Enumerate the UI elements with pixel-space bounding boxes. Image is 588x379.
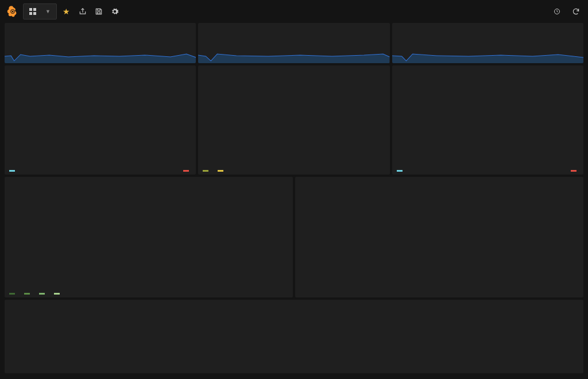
sparkline	[392, 46, 583, 63]
chevron-down-icon: ▼	[45, 9, 51, 14]
legend-item[interactable]	[39, 290, 47, 296]
y-axis-right	[177, 80, 195, 155]
side-legend	[523, 191, 580, 193]
legend	[9, 290, 62, 296]
panel-title	[392, 65, 583, 69]
clock-icon	[554, 8, 560, 15]
row-4	[0, 175, 588, 297]
sparkline	[198, 46, 389, 63]
stat-panel-logins[interactable]	[5, 23, 196, 63]
legend-item[interactable]	[9, 290, 17, 296]
stat-row	[0, 23, 588, 63]
y-axis-right	[565, 80, 582, 155]
plot-area	[312, 191, 520, 280]
save-icon[interactable]	[92, 5, 105, 18]
legend	[9, 167, 191, 173]
legend-item[interactable]	[183, 167, 191, 173]
panel-memory-cpu-1[interactable]	[5, 65, 196, 175]
stat-panel-signouts[interactable]	[392, 23, 583, 63]
share-icon[interactable]	[76, 5, 89, 18]
legend	[397, 167, 579, 173]
svg-rect-4	[29, 12, 32, 15]
panel-title	[5, 23, 196, 26]
panel-memory-cpu-2[interactable]	[392, 65, 583, 175]
panel-title	[392, 23, 583, 26]
gear-icon[interactable]	[109, 5, 121, 18]
panel-title	[5, 177, 293, 180]
panel-title	[198, 23, 389, 26]
legend-item[interactable]	[9, 167, 17, 173]
time-range-picker[interactable]	[554, 7, 563, 16]
svg-rect-5	[33, 12, 36, 15]
legend-item[interactable]	[54, 290, 62, 296]
plot-area	[412, 80, 564, 155]
grafana-logo-icon[interactable]	[6, 5, 20, 18]
panel-title	[295, 177, 583, 180]
panel-server-requests[interactable]	[5, 177, 293, 297]
refresh-icon[interactable]	[570, 5, 582, 18]
panel-title	[5, 65, 196, 69]
y-axis-left	[6, 191, 21, 280]
sparkline	[5, 46, 196, 63]
svg-rect-2	[29, 8, 32, 11]
panel-logins[interactable]	[198, 65, 389, 175]
plot-area	[218, 80, 370, 155]
dashboard-picker[interactable]: ▼	[23, 3, 57, 20]
stat-panel-signups[interactable]	[198, 23, 389, 63]
panel-bottom-stream[interactable]	[5, 300, 583, 373]
panel-client-side[interactable]	[295, 177, 583, 297]
y-axis-left	[6, 80, 23, 155]
y-axis-left	[393, 80, 411, 155]
plot-area	[24, 80, 176, 155]
graph-row	[0, 65, 588, 175]
legend-item[interactable]	[203, 167, 211, 173]
svg-rect-6	[98, 12, 100, 14]
panel-title	[198, 65, 389, 69]
y-axis-left	[296, 191, 311, 280]
legend-item[interactable]	[218, 167, 226, 173]
svg-rect-3	[33, 8, 36, 11]
legend-item[interactable]	[24, 290, 32, 296]
legend-item[interactable]	[571, 167, 579, 173]
plot-area	[22, 191, 288, 280]
legend-item[interactable]	[397, 167, 405, 173]
legend	[203, 167, 385, 173]
y-axis-left	[199, 80, 216, 155]
star-icon[interactable]: ★	[60, 5, 73, 18]
top-nav: ▼ ★	[0, 0, 588, 23]
grid-icon	[29, 8, 36, 15]
